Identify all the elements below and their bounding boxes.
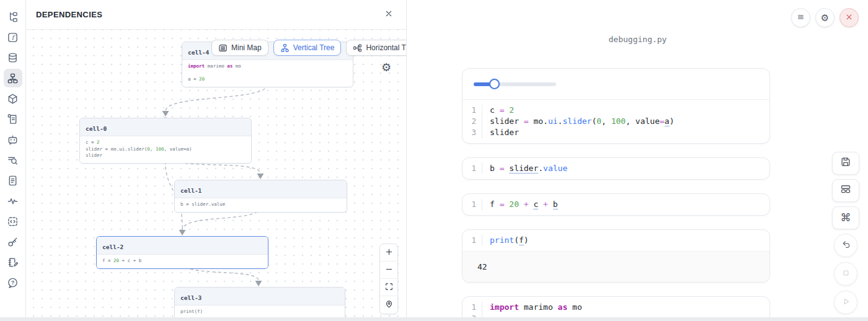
documentation-icon xyxy=(7,175,19,187)
menu-icon xyxy=(796,12,805,24)
bottom-strip xyxy=(0,317,868,321)
notebook-filename: debugging.py xyxy=(407,35,868,44)
dependency-graph[interactable]: Mini MapVertical TreeHorizontal Tree ⚙ c… xyxy=(26,30,406,317)
help-icon: ? xyxy=(7,277,19,289)
slider-thumb[interactable] xyxy=(489,79,500,89)
graph-node-cell-2[interactable]: cell-2f = 20 + c + b xyxy=(96,236,268,269)
center-view-button[interactable] xyxy=(380,296,397,314)
package-icon xyxy=(7,93,19,105)
view-button-label: Horizontal Tree xyxy=(366,43,406,52)
vertical-tree-icon xyxy=(280,43,290,53)
view-button-minimap[interactable]: Mini Map xyxy=(211,40,268,56)
tracing-icon xyxy=(7,195,19,207)
helper-sidebar: f? xyxy=(0,0,26,321)
notebook-cell-3: 1print(f)42 xyxy=(462,229,770,283)
notebook-cell-2: 1f = 20 + c + b xyxy=(462,193,770,216)
sidebar-item-snippets[interactable] xyxy=(4,212,22,231)
notebook-menu-button[interactable] xyxy=(791,8,810,27)
code-row: 1c = 2 xyxy=(463,105,769,116)
database-icon xyxy=(7,52,19,64)
node-body: print(f) xyxy=(175,306,345,317)
sidebar-item-tracing[interactable] xyxy=(4,191,22,210)
node-header: cell-3 xyxy=(175,288,345,306)
sidebar-item-dependencies[interactable] xyxy=(4,69,22,87)
sidebar-item-datasources[interactable] xyxy=(4,48,22,67)
code-line: import marimo as mo xyxy=(482,302,582,313)
cells-column: 1c = 22slider = mo.ui.slider(0, 100, val… xyxy=(462,68,770,321)
ai-chat-icon xyxy=(7,134,19,146)
sidebar-item-packages[interactable] xyxy=(4,89,22,108)
graph-node-cell-3[interactable]: cell-3print(f) xyxy=(174,287,345,317)
locate-icon xyxy=(384,299,394,310)
command-palette-button[interactable]: ⌘ xyxy=(832,206,859,229)
undo-button[interactable] xyxy=(834,234,857,257)
run-button[interactable] xyxy=(834,291,857,314)
view-button-vertical-tree[interactable]: Vertical Tree xyxy=(273,40,342,56)
notebook-top-actions: ⚙ xyxy=(791,8,859,27)
line-number: 1 xyxy=(463,199,482,210)
fit-view-button[interactable] xyxy=(380,279,397,296)
code-editor[interactable]: 1f = 20 + c + b xyxy=(463,194,769,215)
zoom-in-button[interactable] xyxy=(380,244,397,262)
scratchpad-icon xyxy=(7,257,19,268)
close-panel-button[interactable] xyxy=(384,9,394,20)
node-title: cell-4 xyxy=(188,49,209,56)
sidebar-item-logs[interactable] xyxy=(4,110,22,128)
code-editor[interactable]: 1c = 22slider = mo.ui.slider(0, 100, val… xyxy=(463,100,769,143)
stop-icon xyxy=(841,268,851,280)
graph-node-cell-1[interactable]: cell-1b = slider.value xyxy=(174,180,347,213)
graph-node-cell-0[interactable]: cell-0c = 2slider = mo.ui.slider(0, 100,… xyxy=(79,118,252,164)
svg-text:f: f xyxy=(12,34,16,41)
node-body: import marimo as mo a = 20 xyxy=(182,60,353,87)
dependencies-header: DEPENDENCIES xyxy=(26,0,406,30)
notebook-cell-0: 1c = 22slider = mo.ui.slider(0, 100, val… xyxy=(462,68,770,144)
node-header: cell-0 xyxy=(80,118,251,136)
node-body: b = slider.value xyxy=(175,198,347,212)
graph-settings-button[interactable]: ⚙ xyxy=(381,62,391,73)
save-icon xyxy=(840,156,851,170)
find-replace-icon xyxy=(7,154,19,166)
secrets-icon xyxy=(7,236,19,248)
zoom-controls xyxy=(379,244,398,314)
save-button[interactable] xyxy=(832,152,859,175)
sidebar-item-help[interactable]: ? xyxy=(4,273,22,292)
code-row: 1import marimo as mo xyxy=(463,302,769,313)
sidebar-item-file-explorer[interactable] xyxy=(4,7,22,26)
line-number: 1 xyxy=(463,235,482,246)
line-number: 2 xyxy=(463,116,482,127)
zoom-out-button[interactable] xyxy=(380,262,397,279)
sidebar-item-documentation[interactable] xyxy=(4,171,22,190)
layout-button[interactable] xyxy=(832,179,859,202)
code-line: c = 2 xyxy=(482,105,514,116)
line-number: 1 xyxy=(463,163,482,174)
close-icon xyxy=(844,12,854,24)
sidebar-item-chat[interactable] xyxy=(4,130,22,149)
slider-widget[interactable] xyxy=(474,79,556,89)
code-editor[interactable]: 1b = slider.value xyxy=(463,158,769,179)
sidebar-item-find-replace[interactable] xyxy=(4,151,22,169)
code-line: f = 20 + c + b xyxy=(482,199,558,210)
node-code-line: import marimo as mo xyxy=(188,63,347,70)
notebook-settings-button[interactable]: ⚙ xyxy=(815,8,835,27)
code-editor[interactable]: 1print(f) xyxy=(463,230,769,251)
panel-title: DEPENDENCIES xyxy=(36,10,102,19)
node-code-line: f = 20 + c + b xyxy=(102,258,262,265)
minus-icon xyxy=(384,265,394,276)
view-button-horizontal-tree[interactable]: Horizontal Tree xyxy=(346,40,406,56)
logs-icon xyxy=(7,113,19,125)
node-code-line: slider = mo.ui.slider(0, 100, value=a) xyxy=(86,146,246,153)
shutdown-button[interactable] xyxy=(839,8,859,27)
fit-icon xyxy=(384,282,394,293)
sidebar-item-scratchpad[interactable] xyxy=(4,253,22,271)
sidebar-item-variables[interactable]: f xyxy=(4,28,22,46)
node-header: cell-1 xyxy=(175,180,347,198)
line-number: 1 xyxy=(463,302,482,313)
notebook-side-actions: ⌘ xyxy=(832,152,859,319)
layout-icon xyxy=(840,183,851,198)
node-code-line: slider xyxy=(86,152,246,159)
line-number: 1 xyxy=(463,105,482,116)
view-button-label: Mini Map xyxy=(231,43,262,52)
sidebar-item-secrets[interactable] xyxy=(4,232,22,251)
cell-output xyxy=(463,69,769,100)
stop-button[interactable] xyxy=(834,262,857,286)
